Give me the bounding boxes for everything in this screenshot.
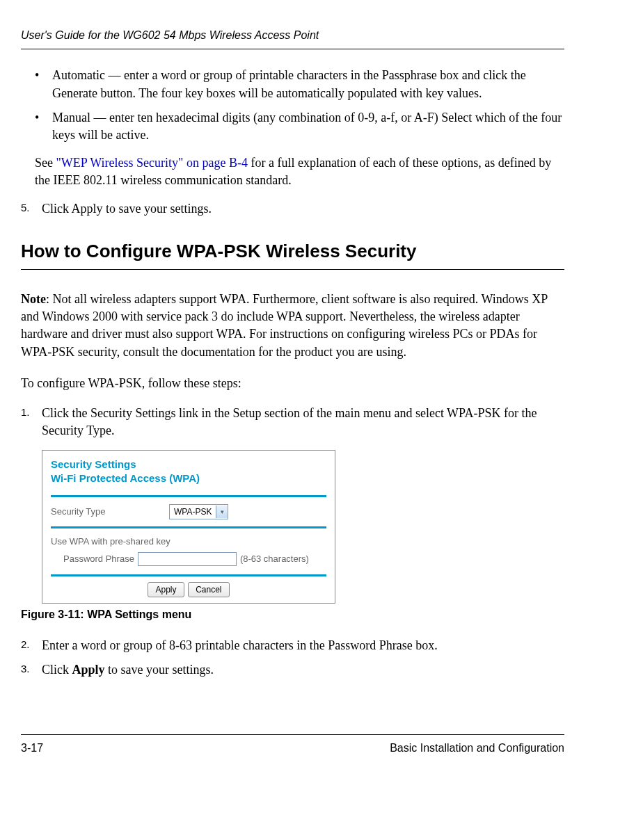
figure-title-1: Security Settings bbox=[51, 458, 326, 471]
page-header: User's Guide for the WG602 54 Mbps Wirel… bbox=[21, 28, 564, 49]
page-number: 3-17 bbox=[21, 741, 43, 756]
step-number: 5. bbox=[21, 200, 42, 218]
step-2: 2. Enter a word or group of 8-63 printab… bbox=[21, 637, 564, 654]
bullet-marker: • bbox=[35, 67, 52, 102]
step-number: 1. bbox=[21, 405, 42, 439]
header-title: User's Guide for the WG602 54 Mbps Wirel… bbox=[21, 29, 319, 41]
wpa-settings-figure: Security Settings Wi-Fi Protected Access… bbox=[42, 450, 335, 604]
figure-title-2: Wi-Fi Protected Access (WPA) bbox=[51, 471, 326, 485]
security-type-row: Security Type WPA-PSK ▾ bbox=[42, 497, 335, 526]
bullet-marker: • bbox=[35, 109, 52, 144]
step-text: Click Apply to save your settings. bbox=[42, 661, 564, 679]
psk-label: Use WPA with pre-shared key bbox=[51, 535, 170, 548]
bullet-list: • Automatic — enter a word or group of p… bbox=[35, 67, 564, 144]
figure-header: Security Settings Wi-Fi Protected Access… bbox=[42, 451, 335, 495]
chars-hint: (8-63 characters) bbox=[240, 553, 309, 565]
security-type-label: Security Type bbox=[51, 506, 169, 518]
chevron-down-icon: ▾ bbox=[216, 506, 228, 518]
step3-suffix: to save your settings. bbox=[105, 663, 214, 677]
psk-row: Use WPA with pre-shared key bbox=[42, 528, 335, 548]
password-input[interactable] bbox=[138, 552, 237, 566]
button-row: Apply Cancel bbox=[42, 576, 335, 604]
bullet-item: • Automatic — enter a word or group of p… bbox=[35, 67, 564, 102]
page-footer: 3-17 Basic Installation and Configuratio… bbox=[21, 734, 564, 756]
bullet-text: Manual — enter ten hexadecimal digits (a… bbox=[52, 109, 564, 144]
wep-link[interactable]: "WEP Wireless Security" on page B-4 bbox=[56, 156, 248, 170]
step-text: Enter a word or group of 8-63 printable … bbox=[42, 637, 564, 654]
note-paragraph: Note: Not all wireless adapters support … bbox=[21, 291, 564, 361]
see-prefix: See bbox=[35, 156, 56, 170]
intro-paragraph: To configure WPA-PSK, follow these steps… bbox=[21, 375, 564, 392]
bullet-item: • Manual — enter ten hexadecimal digits … bbox=[35, 109, 564, 144]
step-text: Click the Security Settings link in the … bbox=[42, 405, 564, 439]
security-type-select[interactable]: WPA-PSK ▾ bbox=[169, 504, 228, 519]
step-5: 5. Click Apply to save your settings. bbox=[21, 200, 564, 218]
step-number: 2. bbox=[21, 637, 42, 654]
note-text: : Not all wireless adapters support WPA.… bbox=[21, 292, 548, 359]
password-label: Password Phrase bbox=[63, 553, 134, 565]
section-heading: How to Configure WPA-PSK Wireless Securi… bbox=[21, 239, 564, 270]
see-paragraph: See "WEP Wireless Security" on page B-4 … bbox=[35, 154, 564, 189]
select-value: WPA-PSK bbox=[170, 506, 216, 518]
step-1: 1. Click the Security Settings link in t… bbox=[21, 405, 564, 439]
section-label: Basic Installation and Configuration bbox=[390, 741, 564, 756]
figure-caption: Figure 3-11: WPA Settings menu bbox=[21, 607, 564, 622]
password-row: Password Phrase (8-63 characters) bbox=[42, 549, 335, 574]
cancel-button[interactable]: Cancel bbox=[188, 582, 229, 598]
step-number: 3. bbox=[21, 661, 42, 679]
step-3: 3. Click Apply to save your settings. bbox=[21, 661, 564, 679]
step3-bold: Apply bbox=[72, 663, 105, 677]
note-label: Note bbox=[21, 292, 46, 306]
bullet-text: Automatic — enter a word or group of pri… bbox=[52, 67, 564, 102]
apply-button[interactable]: Apply bbox=[148, 582, 184, 598]
step3-prefix: Click bbox=[42, 663, 72, 677]
step-text: Click Apply to save your settings. bbox=[42, 200, 564, 218]
